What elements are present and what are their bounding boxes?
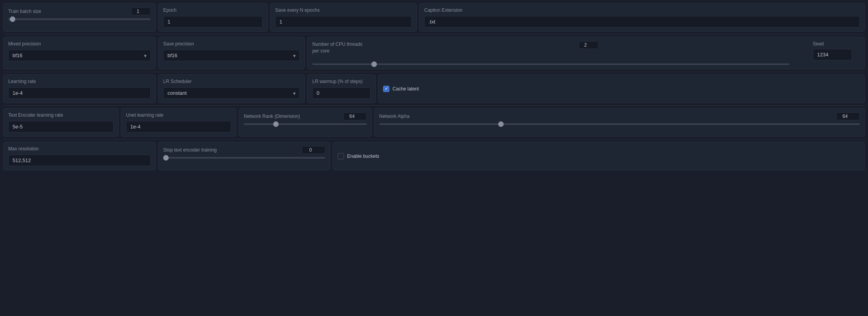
max-resolution-input[interactable]: [8, 155, 151, 166]
cpu-threads-label: Number of CPU threads per core: [312, 41, 367, 54]
caption-extension-card: Caption Extension: [419, 3, 865, 32]
lr-scheduler-select[interactable]: constant linear cosine cosine_with_resta…: [163, 87, 300, 99]
save-precision-select-wrapper: bf16 fp16 no fp32: [163, 50, 300, 61]
enable-buckets-label: Enable buckets: [347, 153, 379, 159]
train-batch-size-slider[interactable]: [8, 18, 151, 20]
lr-scheduler-card: LR Scheduler constant linear cosine cosi…: [158, 74, 305, 103]
enable-buckets-checkbox[interactable]: [338, 153, 344, 159]
unet-lr-input[interactable]: [126, 121, 231, 132]
network-alpha-label: Network Alpha: [379, 114, 409, 119]
cpu-threads-card: Number of CPU threads per core Seed: [307, 37, 865, 69]
lr-scheduler-label: LR Scheduler: [163, 79, 300, 84]
cpu-threads-slider[interactable]: [312, 63, 789, 65]
caption-extension-label: Caption Extension: [424, 7, 860, 13]
network-rank-slider[interactable]: [244, 123, 367, 125]
train-batch-size-label: Train batch size: [8, 9, 41, 14]
learning-rate-label: Learning rate: [8, 79, 151, 84]
save-every-n-epochs-card: Save every N epochs: [270, 3, 417, 32]
lr-scheduler-select-wrapper: constant linear cosine cosine_with_resta…: [163, 87, 300, 99]
epoch-card: Epoch: [158, 3, 268, 32]
network-rank-number[interactable]: [343, 112, 367, 120]
learning-rate-input[interactable]: [8, 87, 151, 99]
stop-text-encoder-label: Stop text encoder training: [163, 147, 217, 153]
cpu-threads-number[interactable]: [579, 41, 598, 49]
cache-latent-label: Cache latent: [393, 86, 419, 92]
save-precision-card: Save precision bf16 fp16 no fp32: [158, 37, 305, 69]
stop-text-encoder-card: Stop text encoder training: [158, 142, 330, 170]
text-encoder-lr-card: Text Encoder learning rate: [3, 108, 119, 137]
save-every-n-epochs-label: Save every N epochs: [275, 7, 412, 13]
network-alpha-card: Network Alpha: [374, 108, 865, 137]
network-alpha-slider[interactable]: [379, 123, 860, 125]
max-resolution-card: Max resolution: [3, 142, 156, 170]
save-every-n-epochs-input[interactable]: [275, 16, 412, 27]
lr-warmup-input[interactable]: [312, 87, 371, 99]
lr-warmup-card: LR warmup (% of steps): [307, 74, 376, 103]
unet-lr-card: Unet learning rate: [121, 108, 236, 137]
text-encoder-lr-input[interactable]: [8, 121, 113, 132]
caption-extension-input[interactable]: [424, 16, 860, 27]
network-rank-label: Network Rank (Dimension): [244, 114, 300, 119]
mixed-precision-select-wrapper: bf16 fp16 no fp32: [8, 50, 151, 61]
text-encoder-lr-label: Text Encoder learning rate: [8, 112, 113, 118]
enable-buckets-card: Enable buckets: [333, 142, 865, 170]
network-alpha-number[interactable]: [836, 112, 860, 120]
stop-text-encoder-number[interactable]: [302, 146, 325, 154]
seed-input[interactable]: [813, 49, 852, 60]
stop-text-encoder-slider[interactable]: [163, 157, 325, 159]
cache-latent-card: Cache latent: [378, 74, 865, 103]
cache-latent-checkbox[interactable]: [383, 86, 389, 92]
lr-warmup-label: LR warmup (% of steps): [312, 79, 371, 84]
train-batch-size-number[interactable]: [131, 7, 151, 15]
max-resolution-label: Max resolution: [8, 146, 151, 152]
mixed-precision-card: Mixed precision bf16 fp16 no fp32: [3, 37, 156, 69]
save-precision-select[interactable]: bf16 fp16 no fp32: [163, 50, 300, 61]
epoch-input[interactable]: [163, 16, 263, 27]
unet-lr-label: Unet learning rate: [126, 112, 231, 118]
mixed-precision-label: Mixed precision: [8, 41, 151, 47]
seed-label: Seed: [813, 41, 860, 47]
network-rank-card: Network Rank (Dimension): [239, 108, 372, 137]
epoch-label: Epoch: [163, 7, 263, 13]
save-precision-label: Save precision: [163, 41, 300, 47]
learning-rate-card: Learning rate: [3, 74, 156, 103]
mixed-precision-select[interactable]: bf16 fp16 no fp32: [8, 50, 151, 61]
train-batch-size-card: Train batch size: [3, 3, 156, 32]
